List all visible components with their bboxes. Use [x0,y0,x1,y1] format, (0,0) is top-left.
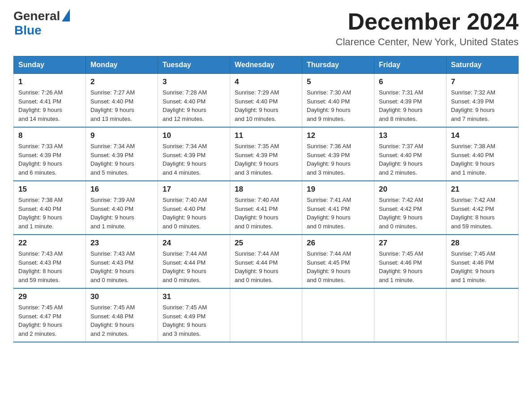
day-info: Sunrise: 7:44 AMSunset: 4:44 PMDaylight:… [163,249,225,284]
day-info: Sunrise: 7:43 AMSunset: 4:43 PMDaylight:… [90,249,153,284]
day-cell: 21Sunrise: 7:42 AMSunset: 4:42 PMDayligh… [446,181,519,235]
week-row-5: 29Sunrise: 7:45 AMSunset: 4:47 PMDayligh… [14,288,519,342]
day-cell: 8Sunrise: 7:33 AMSunset: 4:39 PMDaylight… [14,127,86,181]
day-number: 9 [90,131,153,140]
day-info: Sunrise: 7:45 AMSunset: 4:46 PMDaylight:… [379,249,442,284]
day-info: Sunrise: 7:42 AMSunset: 4:42 PMDaylight:… [379,196,442,231]
day-number: 20 [379,185,442,194]
day-info: Sunrise: 7:26 AMSunset: 4:41 PMDaylight:… [18,88,81,123]
day-number: 24 [163,239,225,248]
day-cell: 31Sunrise: 7:45 AMSunset: 4:49 PMDayligh… [158,288,230,342]
day-number: 19 [307,185,369,194]
day-number: 14 [451,131,514,140]
header-cell-wednesday: Wednesday [230,56,302,74]
day-number: 28 [451,239,514,248]
day-cell: 18Sunrise: 7:40 AMSunset: 4:41 PMDayligh… [230,181,302,235]
logo-triangle-icon [62,9,70,21]
day-info: Sunrise: 7:45 AMSunset: 4:48 PMDaylight:… [90,303,153,338]
day-cell: 15Sunrise: 7:38 AMSunset: 4:40 PMDayligh… [14,181,86,235]
day-cell: 3Sunrise: 7:28 AMSunset: 4:40 PMDaylight… [158,74,230,128]
day-number: 8 [18,131,81,140]
day-cell: 5Sunrise: 7:30 AMSunset: 4:40 PMDaylight… [302,74,374,128]
day-cell: 11Sunrise: 7:35 AMSunset: 4:39 PMDayligh… [230,127,302,181]
day-cell: 29Sunrise: 7:45 AMSunset: 4:47 PMDayligh… [14,288,86,342]
day-info: Sunrise: 7:42 AMSunset: 4:42 PMDaylight:… [451,196,514,231]
day-info: Sunrise: 7:35 AMSunset: 4:39 PMDaylight:… [235,142,297,177]
day-info: Sunrise: 7:36 AMSunset: 4:39 PMDaylight:… [307,142,369,177]
day-number: 27 [379,239,442,248]
day-number: 21 [451,185,514,194]
day-number: 10 [163,131,225,140]
day-info: Sunrise: 7:28 AMSunset: 4:40 PMDaylight:… [163,88,225,123]
day-cell: 17Sunrise: 7:40 AMSunset: 4:40 PMDayligh… [158,181,230,235]
logo-general-text: General [13,9,60,23]
header-cell-friday: Friday [374,56,446,74]
location-title: Clarence Center, New York, United States [336,36,519,48]
day-number: 16 [90,185,153,194]
day-info: Sunrise: 7:39 AMSunset: 4:40 PMDaylight:… [90,196,153,231]
day-number: 26 [307,239,369,248]
day-number: 18 [235,185,297,194]
day-info: Sunrise: 7:43 AMSunset: 4:43 PMDaylight:… [18,249,81,284]
logo: General Blue [13,9,70,38]
day-cell [302,288,374,342]
day-info: Sunrise: 7:31 AMSunset: 4:39 PMDaylight:… [379,88,442,123]
day-info: Sunrise: 7:40 AMSunset: 4:41 PMDaylight:… [235,196,297,231]
header-cell-saturday: Saturday [446,56,519,74]
day-cell: 26Sunrise: 7:44 AMSunset: 4:45 PMDayligh… [302,235,374,288]
day-info: Sunrise: 7:41 AMSunset: 4:41 PMDaylight:… [307,196,369,231]
day-number: 2 [90,77,153,86]
day-info: Sunrise: 7:40 AMSunset: 4:40 PMDaylight:… [163,196,225,231]
day-cell: 20Sunrise: 7:42 AMSunset: 4:42 PMDayligh… [374,181,446,235]
header-cell-monday: Monday [86,56,158,74]
day-info: Sunrise: 7:27 AMSunset: 4:40 PMDaylight:… [90,88,153,123]
day-cell: 6Sunrise: 7:31 AMSunset: 4:39 PMDaylight… [374,74,446,128]
day-cell: 16Sunrise: 7:39 AMSunset: 4:40 PMDayligh… [86,181,158,235]
day-cell: 14Sunrise: 7:38 AMSunset: 4:40 PMDayligh… [446,127,519,181]
day-number: 23 [90,239,153,248]
day-number: 17 [163,185,225,194]
day-cell: 24Sunrise: 7:44 AMSunset: 4:44 PMDayligh… [158,235,230,288]
day-info: Sunrise: 7:34 AMSunset: 4:39 PMDaylight:… [90,142,153,177]
header-cell-sunday: Sunday [14,56,86,74]
day-number: 1 [18,77,81,86]
day-cell: 23Sunrise: 7:43 AMSunset: 4:43 PMDayligh… [86,235,158,288]
day-number: 12 [307,131,369,140]
header-cell-thursday: Thursday [302,56,374,74]
day-info: Sunrise: 7:45 AMSunset: 4:46 PMDaylight:… [451,249,514,284]
day-number: 30 [90,292,153,301]
header-cell-tuesday: Tuesday [158,56,230,74]
day-number: 6 [379,77,442,86]
day-cell [374,288,446,342]
day-cell: 4Sunrise: 7:29 AMSunset: 4:40 PMDaylight… [230,74,302,128]
day-cell: 27Sunrise: 7:45 AMSunset: 4:46 PMDayligh… [374,235,446,288]
week-row-1: 1Sunrise: 7:26 AMSunset: 4:41 PMDaylight… [14,74,519,128]
day-cell: 25Sunrise: 7:44 AMSunset: 4:44 PMDayligh… [230,235,302,288]
day-number: 11 [235,131,297,140]
week-row-2: 8Sunrise: 7:33 AMSunset: 4:39 PMDaylight… [14,127,519,181]
day-info: Sunrise: 7:45 AMSunset: 4:47 PMDaylight:… [18,303,81,338]
day-info: Sunrise: 7:34 AMSunset: 4:39 PMDaylight:… [163,142,225,177]
day-number: 15 [18,185,81,194]
day-cell: 30Sunrise: 7:45 AMSunset: 4:48 PMDayligh… [86,288,158,342]
week-row-3: 15Sunrise: 7:38 AMSunset: 4:40 PMDayligh… [14,181,519,235]
day-info: Sunrise: 7:38 AMSunset: 4:40 PMDaylight:… [451,142,514,177]
day-number: 13 [379,131,442,140]
day-cell: 1Sunrise: 7:26 AMSunset: 4:41 PMDaylight… [14,74,86,128]
day-number: 3 [163,77,225,86]
day-cell: 13Sunrise: 7:37 AMSunset: 4:40 PMDayligh… [374,127,446,181]
header: General Blue December 2024 Clarence Cent… [13,9,519,48]
day-number: 29 [18,292,81,301]
day-cell: 28Sunrise: 7:45 AMSunset: 4:46 PMDayligh… [446,235,519,288]
day-cell: 19Sunrise: 7:41 AMSunset: 4:41 PMDayligh… [302,181,374,235]
day-info: Sunrise: 7:44 AMSunset: 4:45 PMDaylight:… [307,249,369,284]
day-info: Sunrise: 7:45 AMSunset: 4:49 PMDaylight:… [163,303,225,338]
day-cell: 7Sunrise: 7:32 AMSunset: 4:39 PMDaylight… [446,74,519,128]
day-cell [446,288,519,342]
calendar-body: 1Sunrise: 7:26 AMSunset: 4:41 PMDaylight… [14,74,519,342]
day-info: Sunrise: 7:30 AMSunset: 4:40 PMDaylight:… [307,88,369,123]
logo-blue-text: Blue [14,23,42,38]
day-cell: 2Sunrise: 7:27 AMSunset: 4:40 PMDaylight… [86,74,158,128]
day-info: Sunrise: 7:33 AMSunset: 4:39 PMDaylight:… [18,142,81,177]
day-number: 7 [451,77,514,86]
